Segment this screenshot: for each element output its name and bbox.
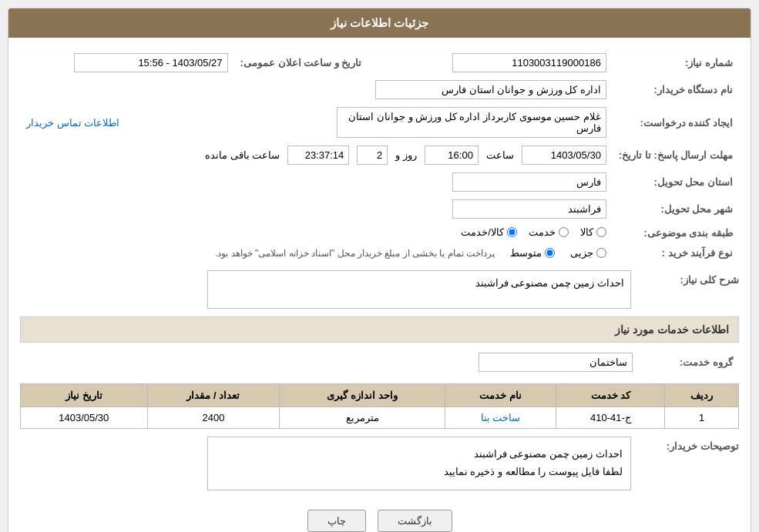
table-row: 1ج-41-410ساخت بنامترمربع24001403/05/30: [21, 407, 739, 429]
col-date: تاریخ نیاز: [21, 384, 148, 407]
deadline-time2: 23:37:14: [287, 146, 349, 165]
need-number-label: شماره نیاز:: [613, 49, 739, 76]
creator-value: غلام حسین موسوی کاربرداز اداره کل ورزش و…: [337, 107, 606, 138]
service-group-label: گروه خدمت:: [639, 349, 739, 376]
buyer-notes-content: احداث زمین چمن مصنوعی فراشبند لطفا فایل …: [207, 437, 631, 490]
creator-label: ایجاد کننده درخواست:: [613, 103, 739, 142]
need-description-label: شرح کلی نیاز:: [639, 270, 739, 286]
deadline-time: 16:00: [425, 146, 479, 165]
announcement-date-value: 1403/05/27 - 15:56: [74, 53, 228, 72]
process-jozii: جزیی: [570, 247, 606, 259]
category-kala: کالا: [580, 226, 606, 238]
need-description-value: احداث زمین چمن مصنوعی فراشبند: [207, 270, 631, 309]
need-number-value: 1103003119000186: [452, 53, 606, 72]
province-label: استان محل تحویل:: [613, 169, 739, 196]
print-button[interactable]: چاپ: [307, 510, 366, 532]
contact-link[interactable]: اطلاعات تماس خریدار: [26, 117, 119, 129]
col-row: ردیف: [665, 384, 739, 407]
buyer-org-label: نام دستگاه خریدار:: [613, 76, 739, 103]
deadline-date: 1403/05/30: [522, 146, 606, 165]
buyer-notes-line1: احداث زمین چمن مصنوعی فراشبند: [216, 445, 623, 463]
announcement-date-label: تاریخ و ساعت اعلان عمومی:: [234, 49, 368, 76]
category-label: طبقه بندی موضوعی:: [613, 223, 739, 243]
back-button[interactable]: بازگشت: [378, 510, 452, 532]
col-quantity: تعداد / مقدار: [147, 384, 280, 407]
deadline-time-label: ساعت: [486, 149, 514, 161]
deadline-days-label: روز و: [395, 149, 417, 161]
service-group-value: ساختمان: [479, 353, 633, 372]
city-label: شهر محل تحویل:: [613, 196, 739, 223]
col-service-name: نام خدمت: [445, 384, 556, 407]
category-khedmat: خدمت: [529, 226, 569, 238]
page-title: جزئیات اطلاعات نیاز: [8, 8, 751, 38]
buyer-notes-label: توصیحات خریدار:: [639, 437, 739, 452]
deadline-label: مهلت ارسال پاسخ: تا تاریخ:: [613, 142, 739, 169]
city-value: فراشبند: [452, 199, 606, 219]
process-motavasset: متوسط: [510, 247, 555, 259]
process-type-label: نوع فرآیند خرید :: [613, 243, 739, 263]
category-kala-khedmat: کالا/خدمت: [461, 226, 517, 238]
buyer-notes-line2: لطفا فایل پیوست را مطالعه و ذخیره نمایید: [216, 463, 623, 480]
process-note: پرداخت تمام یا بخشی از مبلغ خریدار محل "…: [215, 248, 495, 259]
deadline-days: 2: [357, 146, 388, 165]
buyer-org-value: اداره کل ورزش و جوانان استان فارس: [375, 80, 606, 99]
services-section-header: اطلاعات خدمات مورد نیاز: [20, 316, 739, 343]
remaining-label: ساعت باقی مانده: [205, 149, 280, 161]
col-unit: واحد اندازه گیری: [280, 384, 445, 407]
province-value: فارس: [452, 172, 606, 192]
col-service-code: کد خدمت: [556, 384, 665, 407]
services-table: ردیف کد خدمت نام خدمت واحد اندازه گیری ت…: [20, 383, 739, 429]
